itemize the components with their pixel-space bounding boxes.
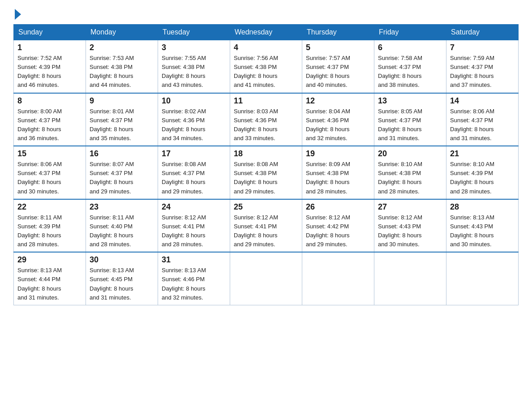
calendar-cell: 9Sunrise: 8:01 AM Sunset: 4:37 PM Daylig…: [86, 93, 158, 146]
day-number: 11: [234, 96, 298, 106]
logo: [13, 9, 22, 20]
day-number: 7: [450, 43, 515, 52]
day-number: 22: [17, 202, 82, 212]
calendar-cell: [446, 252, 519, 305]
calendar-cell: 11Sunrise: 8:03 AM Sunset: 4:36 PM Dayli…: [230, 93, 302, 146]
day-number: 26: [306, 202, 370, 212]
calendar-cell: 8Sunrise: 8:00 AM Sunset: 4:37 PM Daylig…: [14, 93, 86, 146]
calendar-table: SundayMondayTuesdayWednesdayThursdayFrid…: [13, 24, 519, 305]
calendar-cell: 20Sunrise: 8:10 AM Sunset: 4:38 PM Dayli…: [374, 146, 446, 199]
day-info: Sunrise: 8:11 AM Sunset: 4:40 PM Dayligh…: [90, 213, 154, 249]
week-row-4: 22Sunrise: 8:11 AM Sunset: 4:39 PM Dayli…: [14, 199, 519, 253]
calendar-cell: 28Sunrise: 8:13 AM Sunset: 4:43 PM Dayli…: [446, 199, 519, 253]
day-number: 17: [162, 149, 226, 158]
week-row-2: 8Sunrise: 8:00 AM Sunset: 4:37 PM Daylig…: [14, 93, 519, 146]
day-info: Sunrise: 8:10 AM Sunset: 4:39 PM Dayligh…: [450, 160, 515, 196]
day-info: Sunrise: 8:07 AM Sunset: 4:37 PM Dayligh…: [90, 160, 154, 196]
calendar-cell: 21Sunrise: 8:10 AM Sunset: 4:39 PM Dayli…: [446, 146, 519, 199]
header-monday: Monday: [86, 25, 158, 40]
day-info: Sunrise: 8:12 AM Sunset: 4:43 PM Dayligh…: [378, 213, 442, 249]
day-info: Sunrise: 8:12 AM Sunset: 4:41 PM Dayligh…: [162, 213, 226, 249]
day-number: 24: [162, 202, 226, 212]
day-info: Sunrise: 8:06 AM Sunset: 4:37 PM Dayligh…: [450, 107, 515, 143]
day-info: Sunrise: 8:05 AM Sunset: 4:37 PM Dayligh…: [378, 107, 442, 143]
day-number: 4: [234, 43, 298, 52]
day-number: 12: [306, 96, 370, 106]
day-number: 16: [90, 149, 154, 158]
calendar-cell: [230, 252, 302, 305]
calendar-cell: 3Sunrise: 7:55 AM Sunset: 4:38 PM Daylig…: [158, 40, 230, 93]
calendar-cell: 31Sunrise: 8:13 AM Sunset: 4:46 PM Dayli…: [158, 252, 230, 305]
day-number: 9: [90, 96, 154, 106]
day-info: Sunrise: 8:03 AM Sunset: 4:36 PM Dayligh…: [234, 107, 298, 143]
day-number: 18: [234, 149, 298, 158]
day-number: 19: [306, 149, 370, 158]
day-info: Sunrise: 7:52 AM Sunset: 4:39 PM Dayligh…: [17, 54, 82, 90]
day-number: 1: [17, 43, 82, 52]
week-row-5: 29Sunrise: 8:13 AM Sunset: 4:44 PM Dayli…: [14, 252, 519, 305]
day-info: Sunrise: 8:13 AM Sunset: 4:43 PM Dayligh…: [450, 213, 515, 249]
day-info: Sunrise: 7:57 AM Sunset: 4:37 PM Dayligh…: [306, 54, 370, 90]
calendar-cell: 10Sunrise: 8:02 AM Sunset: 4:36 PM Dayli…: [158, 93, 230, 146]
day-number: 31: [162, 255, 226, 265]
day-number: 20: [378, 149, 442, 158]
calendar-cell: [374, 252, 446, 305]
day-number: 6: [378, 43, 442, 52]
day-number: 3: [162, 43, 226, 52]
calendar-cell: 23Sunrise: 8:11 AM Sunset: 4:40 PM Dayli…: [86, 199, 158, 253]
header-friday: Friday: [374, 25, 446, 40]
calendar-cell: 18Sunrise: 8:08 AM Sunset: 4:38 PM Dayli…: [230, 146, 302, 199]
calendar-cell: 13Sunrise: 8:05 AM Sunset: 4:37 PM Dayli…: [374, 93, 446, 146]
header-tuesday: Tuesday: [158, 25, 230, 40]
day-number: 10: [162, 96, 226, 106]
day-number: 28: [450, 202, 515, 212]
calendar-cell: 29Sunrise: 8:13 AM Sunset: 4:44 PM Dayli…: [14, 252, 86, 305]
day-info: Sunrise: 8:12 AM Sunset: 4:42 PM Dayligh…: [306, 213, 370, 249]
page-header: [13, 9, 519, 20]
calendar-cell: 17Sunrise: 8:08 AM Sunset: 4:37 PM Dayli…: [158, 146, 230, 199]
day-info: Sunrise: 8:13 AM Sunset: 4:44 PM Dayligh…: [17, 266, 82, 302]
day-info: Sunrise: 7:55 AM Sunset: 4:38 PM Dayligh…: [162, 54, 226, 90]
day-info: Sunrise: 7:58 AM Sunset: 4:37 PM Dayligh…: [378, 54, 442, 90]
calendar-cell: 24Sunrise: 8:12 AM Sunset: 4:41 PM Dayli…: [158, 199, 230, 253]
day-info: Sunrise: 8:12 AM Sunset: 4:41 PM Dayligh…: [234, 213, 298, 249]
day-number: 30: [90, 255, 154, 265]
calendar-cell: 22Sunrise: 8:11 AM Sunset: 4:39 PM Dayli…: [14, 199, 86, 253]
calendar-cell: 27Sunrise: 8:12 AM Sunset: 4:43 PM Dayli…: [374, 199, 446, 253]
calendar-cell: 6Sunrise: 7:58 AM Sunset: 4:37 PM Daylig…: [374, 40, 446, 93]
calendar-cell: 19Sunrise: 8:09 AM Sunset: 4:38 PM Dayli…: [302, 146, 374, 199]
day-info: Sunrise: 8:10 AM Sunset: 4:38 PM Dayligh…: [378, 160, 442, 196]
header-thursday: Thursday: [302, 25, 374, 40]
day-info: Sunrise: 8:04 AM Sunset: 4:36 PM Dayligh…: [306, 107, 370, 143]
day-number: 15: [17, 149, 82, 158]
day-number: 2: [90, 43, 154, 52]
day-info: Sunrise: 7:56 AM Sunset: 4:38 PM Dayligh…: [234, 54, 298, 90]
calendar-cell: 7Sunrise: 7:59 AM Sunset: 4:37 PM Daylig…: [446, 40, 519, 93]
calendar-cell: 2Sunrise: 7:53 AM Sunset: 4:38 PM Daylig…: [86, 40, 158, 93]
header-row: SundayMondayTuesdayWednesdayThursdayFrid…: [14, 25, 519, 40]
day-info: Sunrise: 8:00 AM Sunset: 4:37 PM Dayligh…: [17, 107, 82, 143]
day-number: 25: [234, 202, 298, 212]
day-number: 14: [450, 96, 515, 106]
calendar-cell: 1Sunrise: 7:52 AM Sunset: 4:39 PM Daylig…: [14, 40, 86, 93]
day-number: 13: [378, 96, 442, 106]
day-number: 29: [17, 255, 82, 265]
calendar-cell: 15Sunrise: 8:06 AM Sunset: 4:37 PM Dayli…: [14, 146, 86, 199]
calendar-cell: 14Sunrise: 8:06 AM Sunset: 4:37 PM Dayli…: [446, 93, 519, 146]
header-sunday: Sunday: [14, 25, 86, 40]
day-info: Sunrise: 8:06 AM Sunset: 4:37 PM Dayligh…: [17, 160, 82, 196]
day-info: Sunrise: 8:08 AM Sunset: 4:37 PM Dayligh…: [162, 160, 226, 196]
day-info: Sunrise: 8:01 AM Sunset: 4:37 PM Dayligh…: [90, 107, 154, 143]
day-info: Sunrise: 7:53 AM Sunset: 4:38 PM Dayligh…: [90, 54, 154, 90]
header-wednesday: Wednesday: [230, 25, 302, 40]
calendar-cell: 4Sunrise: 7:56 AM Sunset: 4:38 PM Daylig…: [230, 40, 302, 93]
day-info: Sunrise: 7:59 AM Sunset: 4:37 PM Dayligh…: [450, 54, 515, 90]
day-info: Sunrise: 8:11 AM Sunset: 4:39 PM Dayligh…: [17, 213, 82, 249]
logo-arrow-icon: [15, 9, 21, 20]
day-info: Sunrise: 8:02 AM Sunset: 4:36 PM Dayligh…: [162, 107, 226, 143]
day-number: 8: [17, 96, 82, 106]
calendar-cell: 5Sunrise: 7:57 AM Sunset: 4:37 PM Daylig…: [302, 40, 374, 93]
day-number: 27: [378, 202, 442, 212]
day-info: Sunrise: 8:08 AM Sunset: 4:38 PM Dayligh…: [234, 160, 298, 196]
calendar-cell: 30Sunrise: 8:13 AM Sunset: 4:45 PM Dayli…: [86, 252, 158, 305]
